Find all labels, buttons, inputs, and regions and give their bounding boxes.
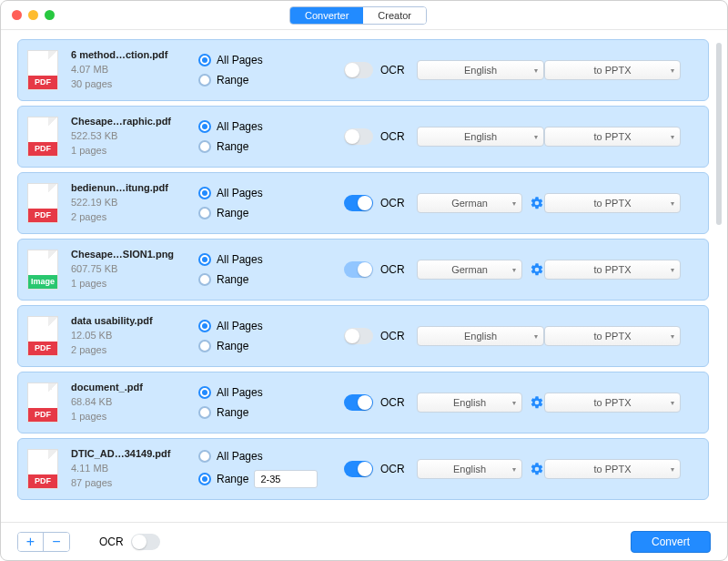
file-pages: 2 pages xyxy=(71,210,198,225)
all-pages-radio[interactable] xyxy=(198,450,211,463)
file-size: 68.84 KB xyxy=(71,395,198,410)
file-list-container: PDF 6 method…ction.pdf 4.07 MB 30 pages … xyxy=(1,30,727,522)
format-dropdown[interactable]: to PPTX ▾ xyxy=(544,127,681,147)
file-row[interactable]: PDF document_.pdf 68.84 KB 1 pages All P… xyxy=(17,372,709,434)
range-radio[interactable] xyxy=(198,273,211,286)
format-value: to PPTX xyxy=(594,397,632,408)
format-dropdown[interactable]: to PPTX ▾ xyxy=(544,260,681,280)
tab-converter[interactable]: Converter xyxy=(290,7,363,24)
file-type-icon: PDF xyxy=(27,117,58,157)
file-pages: 1 pages xyxy=(71,410,198,424)
file-row[interactable]: PDF data usability.pdf 12.05 KB 2 pages … xyxy=(17,305,709,367)
format-value: to PPTX xyxy=(594,131,632,142)
minimize-icon[interactable] xyxy=(28,10,38,20)
all-pages-radio[interactable] xyxy=(198,54,211,66)
close-icon[interactable] xyxy=(12,10,22,20)
ocr-switch[interactable] xyxy=(344,328,373,344)
language-dropdown[interactable]: English ▾ xyxy=(417,326,544,346)
all-pages-radio[interactable] xyxy=(198,253,211,266)
ocr-column: OCR xyxy=(344,128,417,145)
page-selection: All Pages Range xyxy=(198,187,344,219)
gear-icon[interactable] xyxy=(530,462,544,476)
file-type-icon: Image xyxy=(27,250,58,290)
chevron-down-icon: ▾ xyxy=(671,465,674,474)
convert-button[interactable]: Convert xyxy=(631,531,711,553)
chevron-down-icon: ▾ xyxy=(512,266,516,274)
language-column: English ▾ xyxy=(417,60,544,80)
zoom-icon[interactable] xyxy=(45,10,55,20)
range-radio[interactable] xyxy=(198,406,211,419)
ocr-label: OCR xyxy=(380,330,405,342)
range-input[interactable] xyxy=(254,470,318,488)
file-size: 4.11 MB xyxy=(71,462,198,476)
ocr-global-switch[interactable] xyxy=(131,534,160,550)
footer: + − OCR Convert xyxy=(1,522,727,560)
file-row[interactable]: PDF DTIC_AD…34149.pdf 4.11 MB 87 pages A… xyxy=(17,438,709,500)
scrollbar[interactable] xyxy=(716,43,722,225)
file-pages: 1 pages xyxy=(71,144,198,158)
chevron-down-icon: ▾ xyxy=(671,399,674,407)
ocr-switch[interactable] xyxy=(344,195,373,211)
format-dropdown[interactable]: to PPTX ▾ xyxy=(544,60,681,80)
ocr-switch[interactable] xyxy=(344,394,373,411)
language-dropdown[interactable]: German ▾ xyxy=(417,260,522,280)
all-pages-radio[interactable] xyxy=(198,320,211,332)
range-radio[interactable] xyxy=(198,207,211,219)
all-pages-label: All Pages xyxy=(217,386,263,399)
chevron-down-icon: ▾ xyxy=(512,399,516,407)
range-radio[interactable] xyxy=(198,340,211,352)
file-meta: data usability.pdf 12.05 KB 2 pages xyxy=(71,314,198,358)
range-radio[interactable] xyxy=(198,74,211,87)
page-selection: All Pages Range xyxy=(198,253,344,286)
file-badge: PDF xyxy=(28,342,57,355)
format-column: to PPTX ▾ xyxy=(544,127,681,147)
range-label: Range xyxy=(217,273,248,286)
range-label: Range xyxy=(217,74,248,87)
file-name: DTIC_AD…34149.pdf xyxy=(71,447,198,462)
range-radio[interactable] xyxy=(198,473,211,485)
file-badge: Image xyxy=(28,275,57,289)
all-pages-radio[interactable] xyxy=(198,120,211,133)
ocr-switch[interactable] xyxy=(344,261,373,278)
all-pages-radio[interactable] xyxy=(198,187,211,199)
chevron-down-icon: ▾ xyxy=(534,332,538,341)
format-dropdown[interactable]: to PPTX ▾ xyxy=(544,193,681,213)
remove-button[interactable]: − xyxy=(44,533,69,551)
file-row[interactable]: PDF 6 method…ction.pdf 4.07 MB 30 pages … xyxy=(17,39,709,101)
gear-icon[interactable] xyxy=(530,196,544,210)
file-row[interactable]: PDF bedienun…itung.pdf 522.19 KB 2 pages… xyxy=(17,172,709,234)
range-radio[interactable] xyxy=(198,140,211,153)
file-name: 6 method…ction.pdf xyxy=(71,48,198,63)
ocr-switch[interactable] xyxy=(344,62,373,78)
gear-icon[interactable] xyxy=(530,262,544,277)
language-value: German xyxy=(451,198,488,209)
tab-creator[interactable]: Creator xyxy=(363,7,426,24)
all-pages-radio[interactable] xyxy=(198,386,211,399)
format-dropdown[interactable]: to PPTX ▾ xyxy=(544,459,681,479)
ocr-switch[interactable] xyxy=(344,128,373,145)
file-meta: bedienun…itung.pdf 522.19 KB 2 pages xyxy=(71,181,198,225)
file-row[interactable]: PDF Chesape…raphic.pdf 522.53 KB 1 pages… xyxy=(17,106,709,168)
ocr-column: OCR xyxy=(344,195,417,211)
language-column: German ▾ xyxy=(417,260,544,280)
language-dropdown[interactable]: English ▾ xyxy=(417,127,544,147)
chevron-down-icon: ▾ xyxy=(512,465,516,474)
ocr-label: OCR xyxy=(380,263,405,276)
ocr-column: OCR xyxy=(344,328,417,344)
format-dropdown[interactable]: to PPTX ▾ xyxy=(544,326,681,346)
chevron-down-icon: ▾ xyxy=(534,133,538,141)
language-dropdown[interactable]: English ▾ xyxy=(417,60,544,80)
add-button[interactable]: + xyxy=(18,533,44,551)
range-label: Range xyxy=(217,140,248,153)
language-dropdown[interactable]: English ▾ xyxy=(417,393,522,413)
file-row[interactable]: Image Chesape…SION1.png 607.75 KB 1 page… xyxy=(17,239,709,301)
ocr-label: OCR xyxy=(380,463,405,475)
add-remove-group: + − xyxy=(17,532,70,552)
format-value: to PPTX xyxy=(594,464,632,474)
page-selection: All Pages Range xyxy=(198,386,344,419)
gear-icon[interactable] xyxy=(530,395,544,410)
language-dropdown[interactable]: English ▾ xyxy=(417,459,522,479)
ocr-switch[interactable] xyxy=(344,461,373,477)
format-dropdown[interactable]: to PPTX ▾ xyxy=(544,393,681,413)
language-dropdown[interactable]: German ▾ xyxy=(417,193,522,213)
